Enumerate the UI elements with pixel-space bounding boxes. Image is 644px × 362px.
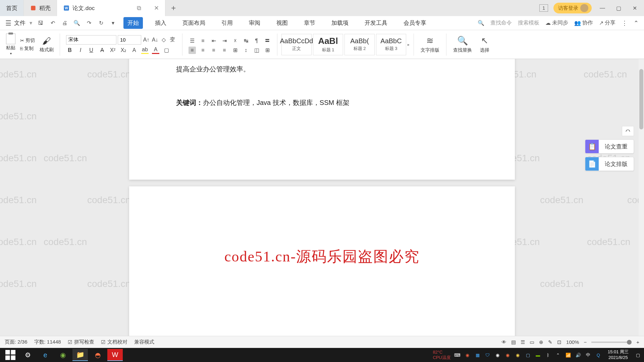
zoom-out-button[interactable]: − bbox=[584, 339, 587, 345]
tray-icon-3[interactable]: ◉ bbox=[494, 352, 501, 358]
close-button[interactable]: ✕ bbox=[629, 3, 640, 13]
sort-button[interactable]: ☓ bbox=[231, 37, 239, 45]
taskbar-clock[interactable]: 15:01 周三 2021/8/25 bbox=[605, 349, 631, 361]
tray-chevron-icon[interactable]: ⌃ bbox=[555, 352, 561, 358]
menu-file[interactable]: 文件 bbox=[14, 19, 25, 27]
font-name-select[interactable] bbox=[66, 35, 116, 45]
print-icon[interactable]: 🖨 bbox=[61, 19, 68, 27]
align-right-button[interactable]: ≡ bbox=[210, 47, 217, 54]
borders-button[interactable]: ⊞ bbox=[264, 47, 271, 54]
char-border-button[interactable]: ▢ bbox=[163, 47, 170, 54]
word-count[interactable]: 字数: 11448 bbox=[34, 339, 61, 345]
read-view-icon[interactable]: ▭ bbox=[530, 339, 534, 345]
task-wps-icon[interactable]: W bbox=[107, 349, 123, 361]
search-template[interactable]: 搜索模板 bbox=[518, 19, 539, 26]
line-spacing-button[interactable]: ↕ bbox=[242, 47, 250, 54]
tray-volume-icon[interactable]: 🔊 bbox=[575, 352, 582, 358]
superscript-button[interactable]: X² bbox=[109, 47, 116, 54]
save-icon[interactable]: 🖫 bbox=[37, 19, 44, 27]
side-collapse-button[interactable]: ◠ bbox=[622, 126, 634, 136]
more-menu-icon[interactable]: ⋮ bbox=[622, 19, 628, 27]
tray-nvidia-icon[interactable]: ▬ bbox=[535, 352, 541, 358]
tray-icon-5[interactable]: ◉ bbox=[515, 352, 521, 358]
phonetic-icon[interactable]: 变 bbox=[169, 36, 176, 44]
tray-q-icon[interactable]: Q bbox=[595, 352, 602, 358]
tab-popout-icon[interactable]: ⧉ bbox=[137, 5, 141, 12]
underline-button[interactable]: U bbox=[88, 47, 95, 54]
login-button[interactable]: 访客登录 bbox=[553, 3, 592, 13]
select-button[interactable]: ↖ 选择 bbox=[477, 36, 492, 53]
font-color-button[interactable]: A bbox=[152, 47, 159, 54]
increase-font-icon[interactable]: A↑ bbox=[143, 36, 150, 44]
paste-button[interactable]: 粘贴▾ bbox=[6, 34, 15, 55]
redo-icon[interactable]: ↷ bbox=[85, 19, 93, 27]
pen-icon[interactable]: ✎ bbox=[548, 339, 552, 345]
task-ie-icon[interactable]: e bbox=[38, 349, 53, 361]
tray-icon-4[interactable]: ◉ bbox=[504, 352, 511, 358]
tab-close-icon[interactable]: ✕ bbox=[154, 4, 159, 12]
bold-button[interactable]: B bbox=[66, 47, 73, 54]
menu-tab-view[interactable]: 视图 bbox=[272, 17, 292, 29]
more-icon[interactable]: ▾ bbox=[109, 19, 117, 27]
style-normal[interactable]: AaBbCcDd 正文 bbox=[281, 34, 312, 55]
text-layout-button[interactable]: ≋ 文字排版 bbox=[418, 36, 442, 53]
strikethrough-button[interactable]: A̶ bbox=[98, 47, 106, 54]
style-heading2[interactable]: AaBb( 标题 2 bbox=[344, 34, 375, 55]
cut-button[interactable]: ✂ 剪切 bbox=[20, 38, 35, 44]
collab-button[interactable]: 👥 协作 bbox=[574, 19, 593, 26]
clear-format-icon[interactable]: ◇ bbox=[160, 36, 167, 44]
menu-tab-insert[interactable]: 插入 bbox=[151, 17, 170, 29]
format-painter-button[interactable]: 🖌 格式刷 bbox=[40, 36, 54, 53]
menu-tab-member[interactable]: 会员专享 bbox=[399, 17, 430, 29]
bullets-button[interactable]: ☰ bbox=[189, 37, 196, 45]
tray-notification-icon[interactable]: ▢ bbox=[635, 352, 641, 358]
redo2-icon[interactable]: ↻ bbox=[97, 19, 105, 27]
zoom-slider[interactable] bbox=[591, 342, 632, 343]
italic-button[interactable]: I bbox=[77, 47, 84, 54]
scrollbar-thumb[interactable] bbox=[639, 69, 643, 129]
minimize-button[interactable]: — bbox=[597, 3, 608, 13]
tab-button[interactable]: ↹ bbox=[242, 37, 250, 45]
menu-tab-chapter[interactable]: 章节 bbox=[300, 17, 319, 29]
menu-tab-start[interactable]: 开始 bbox=[123, 17, 143, 29]
search-command[interactable]: 查找命令 bbox=[490, 19, 512, 26]
task-browser-icon[interactable]: ◉ bbox=[55, 349, 70, 361]
task-obs-icon[interactable]: ⚙ bbox=[20, 349, 36, 361]
zoom-level[interactable]: 100% bbox=[566, 339, 579, 345]
eye-icon[interactable]: 👁 bbox=[501, 339, 506, 345]
text-effect-button[interactable]: A bbox=[130, 47, 138, 54]
menu-tab-review[interactable]: 审阅 bbox=[245, 17, 264, 29]
menu-tab-layout[interactable]: 页面布局 bbox=[178, 17, 209, 29]
increase-indent-button[interactable]: ⇥ bbox=[221, 37, 228, 45]
tab-home[interactable]: 首页 bbox=[0, 0, 24, 16]
menu-tab-reference[interactable]: 引用 bbox=[217, 17, 237, 29]
zoom-in-button[interactable]: + bbox=[636, 339, 639, 345]
tab-daoke[interactable]: 稻壳 bbox=[24, 0, 57, 16]
page-view-icon[interactable]: ▤ bbox=[511, 339, 516, 345]
tray-icon-6[interactable]: ▢ bbox=[525, 352, 531, 358]
tray-shield-icon[interactable]: 🛡 bbox=[484, 352, 491, 358]
menu-tab-dev[interactable]: 开发工具 bbox=[361, 17, 391, 29]
outline-view-icon[interactable]: ☰ bbox=[521, 339, 525, 345]
highlight-button[interactable]: ab bbox=[141, 47, 149, 54]
start-button[interactable] bbox=[3, 349, 18, 361]
tray-icon-2[interactable]: ▦ bbox=[474, 352, 481, 358]
tray-icon-1[interactable]: ◉ bbox=[464, 352, 471, 358]
paper-check-button[interactable]: 📋 论文查重 bbox=[585, 139, 634, 154]
collapse-ribbon-icon[interactable]: ⌃ bbox=[634, 19, 639, 27]
align-justify-button[interactable]: ≡ bbox=[221, 47, 228, 54]
align-left-button[interactable]: ≡ bbox=[189, 47, 196, 54]
tray-ime[interactable]: 中 bbox=[585, 352, 592, 358]
style-heading1[interactable]: AaBl 标题 1 bbox=[313, 34, 343, 55]
paper-format-button[interactable]: 📄 论文排版 bbox=[585, 157, 634, 171]
tab-document[interactable]: W 论文.doc ⧉ ✕ bbox=[57, 0, 165, 16]
preview-icon[interactable]: 🔍 bbox=[73, 19, 80, 27]
notification-badge[interactable]: 1 bbox=[539, 4, 548, 12]
document-page-1[interactable]: 提高企业办公管理效率。 关键词：办公自动化管理，Java 技术，数据库，SSM … bbox=[129, 59, 515, 180]
zoom-thumb[interactable] bbox=[627, 340, 632, 345]
subscript-button[interactable]: X₂ bbox=[120, 47, 127, 54]
numbering-button[interactable]: ≡ bbox=[199, 37, 207, 45]
fit-icon[interactable]: ⊡ bbox=[557, 339, 561, 345]
spell-check[interactable]: ☑ 拼写检查 bbox=[68, 339, 94, 345]
decrease-indent-button[interactable]: ⇤ bbox=[210, 37, 217, 45]
